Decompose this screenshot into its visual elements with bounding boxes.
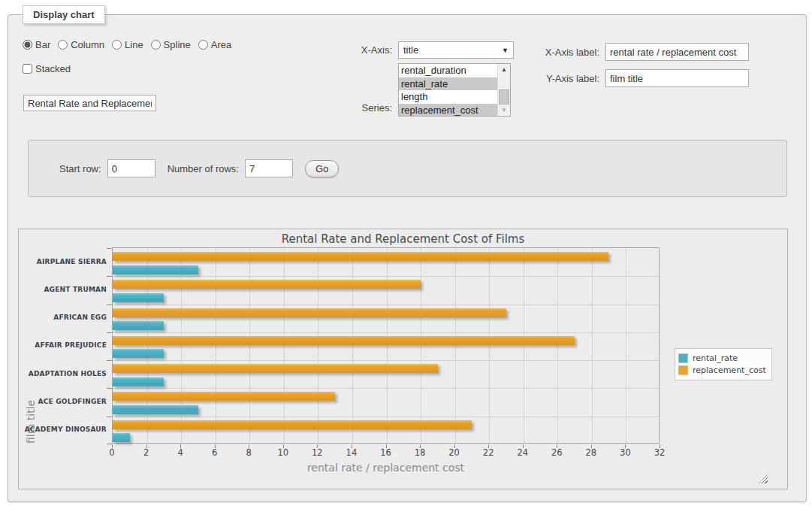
bar-replacement_cost	[113, 252, 608, 261]
stacked-option: Stacked	[23, 63, 71, 74]
x-tick-label: 10	[272, 447, 294, 458]
row-range-panel: Start row: Number of rows: Go	[28, 140, 787, 197]
resize-handle-icon[interactable]	[759, 474, 768, 483]
chart-type-radio-label: Spline	[164, 39, 191, 50]
y-tick-mark	[107, 248, 112, 249]
start-row-input[interactable]	[107, 159, 155, 177]
gridline-vertical	[626, 248, 626, 443]
chart-x-axis-label: rental rate / replacement cost	[112, 462, 660, 474]
x-tick-label: 26	[545, 447, 568, 458]
x-tick-label: 18	[409, 447, 431, 458]
x-axis-label-row: X-Axis label:	[485, 43, 749, 61]
gridline-horizontal	[113, 276, 659, 277]
scroll-down-icon[interactable]: ▼	[498, 105, 510, 116]
series-option-rental_duration[interactable]: rental_duration	[399, 64, 497, 77]
stacked-checkbox[interactable]	[23, 64, 32, 74]
y-axis-label-row: Y-Axis label:	[485, 69, 749, 87]
x-axis-label-caption: X-Axis label:	[485, 47, 599, 58]
bar-rental_rate	[113, 349, 164, 358]
series-caption: Series:	[278, 102, 392, 117]
y-tick-mark	[107, 360, 112, 361]
chart-type-radio-column[interactable]	[58, 40, 68, 50]
x-tick-label: 28	[580, 447, 602, 458]
legend-swatch	[678, 353, 688, 363]
bar-replacement_cost	[113, 364, 438, 373]
gridline-horizontal	[113, 388, 659, 389]
x-axis-label-input[interactable]	[605, 43, 749, 61]
go-button[interactable]: Go	[305, 160, 339, 177]
gridline-vertical	[387, 248, 388, 443]
bar-replacement_cost	[113, 420, 472, 429]
plot-area	[112, 247, 660, 444]
chart-type-option-area: Area	[198, 39, 231, 50]
gridline-vertical	[592, 248, 593, 443]
series-option-replacement_cost[interactable]: replacement_cost	[399, 104, 497, 117]
bar-replacement_cost	[113, 280, 421, 289]
x-tick-label: 24	[512, 447, 534, 458]
series-option-length[interactable]: length	[399, 90, 497, 104]
legend-label: rental_rate	[693, 353, 738, 363]
x-tick-label: 30	[614, 447, 636, 458]
y-tick-label: AFRICAN EGG	[19, 304, 107, 332]
chart-x-tick-labels: 02468101214161820222426283032	[112, 447, 660, 458]
bar-rental_rate	[113, 405, 198, 414]
chart-container: Rental Rate and Replacement Cost of Film…	[18, 229, 788, 489]
legend-swatch	[678, 365, 688, 375]
chart-title-input[interactable]	[23, 95, 156, 111]
gridline-horizontal	[113, 417, 659, 417]
chart-type-radio-line[interactable]	[112, 40, 122, 50]
legend-entry-replacement_cost: replacement_cost	[678, 365, 766, 375]
gridline-vertical	[216, 248, 216, 443]
legend-entry-rental_rate: rental_rate	[678, 353, 766, 363]
y-tick-label: ACADEMY DINOSAUR	[19, 416, 107, 444]
chart-title: Rental Rate and Replacement Cost of Film…	[19, 232, 787, 246]
chart-type-radio-label: Area	[211, 39, 231, 50]
x-axis-caption: X-Axis:	[278, 44, 392, 56]
chart-type-option-column: Column	[58, 39, 104, 50]
bar-rental_rate	[113, 321, 164, 330]
y-tick-label: AFFAIR PREJUDICE	[19, 332, 107, 359]
chart-type-radio-label: Line	[125, 39, 143, 50]
chart-type-option-line: Line	[112, 39, 143, 50]
gridline-horizontal	[113, 332, 659, 333]
series-row: Series: rental_durationrental_ratelength…	[278, 63, 511, 117]
y-tick-mark	[107, 332, 112, 333]
bar-replacement_cost	[113, 392, 335, 401]
x-tick-label: 6	[204, 447, 226, 458]
chart-type-option-bar: Bar	[23, 39, 50, 50]
chart-y-tick-labels: AIRPLANE SIERRAAGENT TRUMANAFRICAN EGGAF…	[19, 247, 107, 444]
y-tick-mark	[107, 276, 112, 277]
x-axis-row: X-Axis: title ▼	[278, 41, 514, 59]
y-tick-mark	[107, 444, 112, 444]
bar-rental_rate	[113, 265, 198, 274]
chart-legend: rental_ratereplacement_cost	[675, 348, 772, 380]
gridline-vertical	[284, 248, 285, 443]
x-tick-label: 2	[135, 447, 158, 458]
y-tick-label: ACE GOLDFINGER	[19, 387, 107, 415]
gridline-vertical	[421, 248, 421, 443]
page: Display chart BarColumnLineSplineArea St…	[0, 0, 812, 512]
y-tick-mark	[107, 304, 112, 305]
start-row-label: Start row:	[59, 163, 101, 174]
bar-rental_rate	[113, 377, 164, 386]
chart-type-option-spline: Spline	[151, 39, 191, 50]
x-tick-label: 12	[306, 447, 328, 458]
x-tick-label: 14	[340, 447, 363, 458]
chart-type-radio-spline[interactable]	[151, 40, 161, 50]
chart-type-radio-area[interactable]	[198, 40, 208, 50]
y-tick-label: ADAPTATION HOLES	[19, 359, 107, 387]
gridline-vertical	[489, 248, 490, 443]
num-rows-input[interactable]	[245, 159, 293, 177]
bar-replacement_cost	[113, 336, 575, 345]
scrollbar-thumb[interactable]	[499, 89, 509, 105]
fieldset-legend: Display chart	[23, 5, 105, 24]
gridline-vertical	[524, 248, 524, 443]
chart-type-radio-bar[interactable]	[23, 40, 32, 50]
series-options: rental_durationrental_ratelengthreplacem…	[399, 64, 497, 117]
legend-label: replacement_cost	[693, 365, 766, 375]
series-option-rental_rate[interactable]: rental_rate	[399, 77, 497, 91]
y-axis-label-input[interactable]	[605, 69, 749, 87]
x-tick-label: 0	[101, 447, 123, 458]
y-tick-mark	[107, 417, 112, 417]
y-axis-label-caption: Y-Axis label:	[485, 73, 599, 84]
